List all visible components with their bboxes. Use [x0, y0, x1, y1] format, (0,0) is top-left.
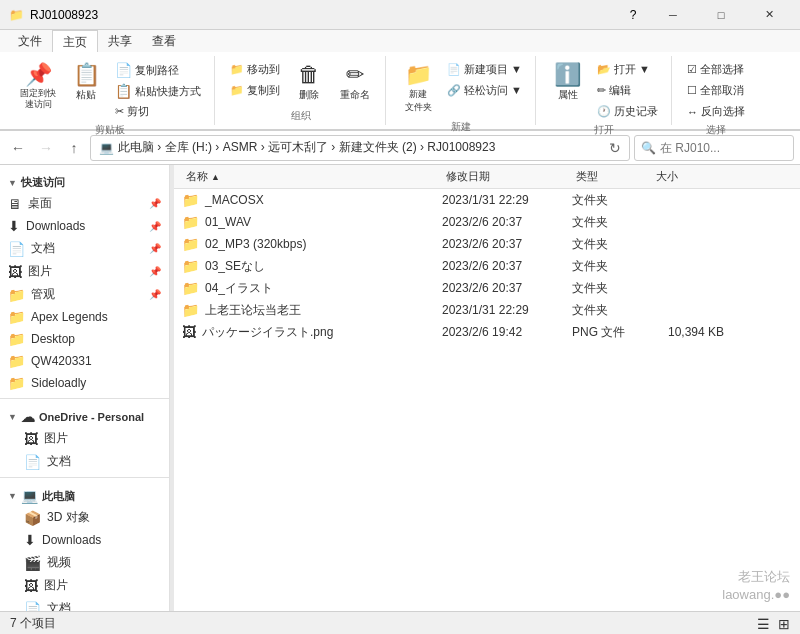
file-date: 2023/2/6 20:37 [442, 237, 572, 251]
tab-home[interactable]: 主页 [52, 30, 98, 52]
help-button[interactable]: ? [618, 0, 648, 30]
sidebar-item-label: 文档 [47, 453, 71, 470]
properties-icon: ℹ️ [554, 64, 581, 86]
copy-to-button[interactable]: 📁 复制到 [225, 81, 285, 100]
clipboard-buttons: 📌 固定到快速访问 📋 粘贴 📄 复制路径 📋 粘贴快捷方式 [14, 56, 206, 123]
tab-view[interactable]: 查看 [142, 30, 186, 52]
col-header-date[interactable]: 修改日期 [442, 169, 572, 184]
file-list: 📁 _MACOSX 2023/1/31 22:29 文件夹 📁 01_WAV 2… [174, 189, 800, 611]
move-icon: 📁 [230, 63, 244, 76]
quick-access-label: 快速访问 [21, 175, 65, 190]
sidebar-item-pics-pc[interactable]: 🖼 图片 [0, 574, 169, 597]
onedrive-section[interactable]: ▼ ☁ OneDrive - Personal [0, 403, 169, 427]
paste-shortcut-icon: 📋 [115, 83, 132, 99]
table-row[interactable]: 📁 03_SEなし 2023/2/6 20:37 文件夹 [174, 255, 800, 277]
file-date: 2023/2/6 19:42 [442, 325, 572, 339]
docs-pc-icon: 📄 [24, 601, 41, 612]
forward-button[interactable]: → [34, 136, 58, 160]
file-date: 2023/2/6 20:37 [442, 215, 572, 229]
quick-access-section[interactable]: ▼ 快速访问 [0, 169, 169, 192]
file-icon: 📁 [182, 258, 199, 274]
sidebar-item-apex-quick[interactable]: 📁 Apex Legends [0, 306, 169, 328]
sidebar-item-3d[interactable]: 📦 3D 对象 [0, 506, 169, 529]
table-row[interactable]: 📁 04_イラスト 2023/2/6 20:37 文件夹 [174, 277, 800, 299]
move-to-button[interactable]: 📁 移动到 [225, 60, 285, 79]
pics-od-icon: 🖼 [24, 431, 38, 447]
sidebar-item-downloads-quick[interactable]: ⬇ Downloads 📌 [0, 215, 169, 237]
downloads-pc-icon: ⬇ [24, 532, 36, 548]
cut-button[interactable]: ✂ 剪切 [110, 102, 206, 121]
search-input[interactable] [660, 141, 787, 155]
col-header-type[interactable]: 类型 [572, 169, 652, 184]
sidebar-item-label: 图片 [28, 263, 52, 280]
pin-indicator: 📌 [149, 243, 161, 254]
sidebar-item-label: Sideloadly [31, 376, 86, 390]
file-type: 文件夹 [572, 280, 652, 297]
close-button[interactable]: ✕ [746, 0, 792, 30]
edit-button[interactable]: ✏ 编辑 [592, 81, 663, 100]
copy-button[interactable]: 📄 复制路径 [110, 60, 206, 80]
pics-pc-icon: 🖼 [24, 578, 38, 594]
tab-share[interactable]: 共享 [98, 30, 142, 52]
table-row[interactable]: 🖼 パッケージイラスト.png 2023/2/6 19:42 PNG 文件 10… [174, 321, 800, 343]
select-none-button[interactable]: ☐ 全部取消 [682, 81, 750, 100]
table-row[interactable]: 📁 01_WAV 2023/2/6 20:37 文件夹 [174, 211, 800, 233]
rename-button[interactable]: ✏ 重命名 [333, 60, 377, 106]
ribbon-tabs: 文件 主页 共享 查看 [0, 30, 800, 52]
table-row[interactable]: 📁 _MACOSX 2023/1/31 22:29 文件夹 [174, 189, 800, 211]
pin-button[interactable]: 📌 固定到快速访问 [14, 60, 62, 114]
sidebar-item-docs-pc[interactable]: 📄 文档 [0, 597, 169, 611]
col-header-name[interactable]: 名称 ▲ [182, 169, 442, 184]
table-row[interactable]: 📁 02_MP3 (320kbps) 2023/2/6 20:37 文件夹 [174, 233, 800, 255]
sidebar-item-downloads-pc[interactable]: ⬇ Downloads [0, 529, 169, 551]
up-button[interactable]: ↑ [62, 136, 86, 160]
docs-icon: 📄 [8, 241, 25, 257]
invert-select-button[interactable]: ↔ 反向选择 [682, 102, 750, 121]
sidebar-item-guanlan-quick[interactable]: 📁 管观 📌 [0, 283, 169, 306]
easy-access-button[interactable]: 🔗 轻松访问 ▼ [442, 81, 527, 100]
delete-button[interactable]: 🗑 删除 [287, 60, 331, 106]
file-icon: 📁 [182, 214, 199, 230]
file-icon: 📁 [182, 302, 199, 318]
view-list-icon[interactable]: ☰ [757, 616, 770, 632]
sidebar-item-label: Desktop [31, 332, 75, 346]
new-label: 新建 [451, 120, 471, 136]
sidebar-item-qw-quick[interactable]: 📁 QW420331 [0, 350, 169, 372]
sidebar-item-pics-od[interactable]: 🖼 图片 [0, 427, 169, 450]
maximize-button[interactable]: □ [698, 0, 744, 30]
col-header-size[interactable]: 大小 [652, 169, 732, 184]
properties-button[interactable]: ℹ️ 属性 [546, 60, 590, 106]
sidebar-item-pics-quick[interactable]: 🖼 图片 📌 [0, 260, 169, 283]
thispc-section[interactable]: ▼ 💻 此电脑 [0, 482, 169, 506]
back-button[interactable]: ← [6, 136, 30, 160]
new-folder-button[interactable]: 📁 新建文件夹 [396, 60, 440, 118]
new-item-button[interactable]: 📄 新建项目 ▼ [442, 60, 527, 79]
view-details-icon[interactable]: ⊞ [778, 616, 790, 632]
table-row[interactable]: 📁 上老王论坛当老王 2023/1/31 22:29 文件夹 [174, 299, 800, 321]
sidebar-item-label: 图片 [44, 577, 68, 594]
refresh-button[interactable]: ↻ [609, 140, 621, 156]
sidebar-item-sideload-quick[interactable]: 📁 Sideloadly [0, 372, 169, 394]
pin-indicator: 📌 [149, 221, 161, 232]
file-date: 2023/1/31 22:29 [442, 193, 572, 207]
sidebar-item-docs-od[interactable]: 📄 文档 [0, 450, 169, 473]
open-button[interactable]: 📂 打开 ▼ [592, 60, 663, 79]
tab-file[interactable]: 文件 [8, 30, 52, 52]
history-button[interactable]: 🕐 历史记录 [592, 102, 663, 121]
paste-shortcut-button[interactable]: 📋 粘贴快捷方式 [110, 81, 206, 101]
sidebar-item-desktop-quick[interactable]: 🖥 桌面 📌 [0, 192, 169, 215]
file-icon: 📁 [182, 280, 199, 296]
ribbon-group-new: 📁 新建文件夹 📄 新建项目 ▼ 🔗 轻松访问 ▼ 新建 [388, 56, 536, 125]
file-name: 01_WAV [205, 215, 251, 229]
paste-icon: 📋 [73, 64, 100, 86]
address-bar[interactable]: 💻 此电脑 › 全库 (H:) › ASMR › 远可木刮了 › 新建文件夹 (… [90, 135, 630, 161]
sidebar-item-docs-quick[interactable]: 📄 文档 📌 [0, 237, 169, 260]
minimize-button[interactable]: ─ [650, 0, 696, 30]
ribbon-content: 📌 固定到快速访问 📋 粘贴 📄 复制路径 📋 粘贴快捷方式 [0, 52, 800, 130]
downloads-icon: ⬇ [8, 218, 20, 234]
onedrive-label: OneDrive - Personal [39, 411, 144, 423]
paste-button[interactable]: 📋 粘贴 [64, 60, 108, 106]
sidebar-item-video-pc[interactable]: 🎬 视频 [0, 551, 169, 574]
sidebar-item-desktop2-quick[interactable]: 📁 Desktop [0, 328, 169, 350]
select-all-button[interactable]: ☑ 全部选择 [682, 60, 750, 79]
